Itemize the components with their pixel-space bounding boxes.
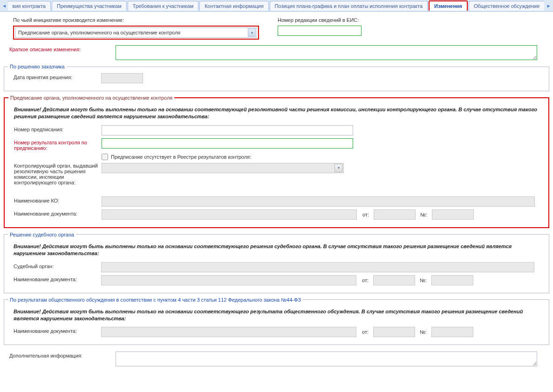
tab-public-discussion[interactable]: Общественное обсуждение xyxy=(469,1,544,11)
ko-name-input[interactable] xyxy=(102,196,535,207)
doc-no-input[interactable] xyxy=(432,210,474,220)
prescription-absent-label: Предписание отсутствует в Реестре резуль… xyxy=(111,154,251,160)
court-doc-name-label: Наименование документа: xyxy=(8,275,101,282)
no-label: №: xyxy=(420,329,427,335)
public-doc-name-input[interactable] xyxy=(101,327,356,337)
revision-label: Номер редакции сведений в ЕИС: xyxy=(278,17,362,23)
public-doc-date-input[interactable] xyxy=(373,327,415,337)
decision-date-input[interactable] xyxy=(101,73,143,83)
extra-info-label: Дополнительная информация: xyxy=(4,351,116,358)
no-label: №: xyxy=(420,277,427,283)
no-label: №: xyxy=(420,212,427,217)
control-body-select[interactable]: ▾ xyxy=(102,163,344,173)
court-legend: Решение судебного органа xyxy=(8,232,76,237)
short-desc-textarea[interactable] xyxy=(116,45,537,60)
chevron-down-icon[interactable]: ▾ xyxy=(335,164,342,172)
prescription-absent-checkbox[interactable] xyxy=(102,154,108,160)
tab-content: По чьей инициативе производится изменени… xyxy=(0,12,553,373)
court-warning: Внимание! Действия могут быть выполнены … xyxy=(8,241,545,262)
doc-date-input[interactable] xyxy=(374,210,416,220)
chevron-down-icon[interactable]: ▾ xyxy=(248,28,256,37)
prescription-fieldset: Предписание органа, уполномоченного на о… xyxy=(4,95,549,228)
from-label: от: xyxy=(362,277,369,283)
tab-advantages[interactable]: Преимущества участникам xyxy=(52,1,127,11)
court-doc-date-input[interactable] xyxy=(373,275,415,285)
customer-decision-fieldset: По решению заказчика Дата принятия решен… xyxy=(4,64,549,91)
short-desc-label: Краткое описание изменения: xyxy=(4,45,116,52)
court-doc-name-input[interactable] xyxy=(101,275,356,285)
initiative-select[interactable]: Предписание органа, уполномоченного на о… xyxy=(15,27,257,38)
prescription-warning: Внимание! Действия могут быть выполнены … xyxy=(8,104,545,125)
control-result-input[interactable] xyxy=(102,138,353,149)
tab-requirements[interactable]: Требования к участникам xyxy=(128,1,198,11)
extra-info-textarea[interactable] xyxy=(116,351,537,366)
public-doc-no-input[interactable] xyxy=(431,327,473,337)
revision-input[interactable] xyxy=(278,26,362,36)
prescription-number-label: Номер предписания: xyxy=(8,125,102,132)
initiative-value: Предписание органа, уполномоченного на о… xyxy=(18,30,180,35)
tab-changes[interactable]: Изменения xyxy=(429,0,468,11)
from-label: от: xyxy=(362,212,369,217)
doc-name-label: Наименование документа: xyxy=(8,210,102,216)
customer-decision-legend: По решению заказчика xyxy=(8,64,67,69)
tab-contacts[interactable]: Контактная информация xyxy=(199,1,268,11)
ko-name-label: Наименование КО: xyxy=(8,196,102,203)
prescription-number-input[interactable] xyxy=(102,125,353,135)
spacer xyxy=(8,154,102,155)
control-body-label: Контролирующий орган, выдавший резолютив… xyxy=(8,163,102,185)
tab-plan-schedule[interactable]: Позиция плана-графика и план оплаты испо… xyxy=(270,1,428,11)
control-result-label: Номер результата контроля по предписанию… xyxy=(8,138,102,151)
decision-date-label: Дата принятия решения: xyxy=(8,73,101,80)
court-fieldset: Решение судебного органа Внимание! Дейст… xyxy=(4,232,549,293)
initiative-label: По чьей инициативе производится изменени… xyxy=(13,17,259,23)
initiative-highlight: Предписание органа, уполномоченного на о… xyxy=(13,26,259,40)
public-doc-name-label: Наименование документа: xyxy=(8,327,101,334)
court-doc-no-input[interactable] xyxy=(431,275,473,285)
tab-scroll-left-icon[interactable]: ◄ xyxy=(1,0,8,11)
public-warning: Внимание! Действия могут быть выполнены … xyxy=(8,306,545,327)
public-discussion-fieldset: По результатам общественного обсуждения … xyxy=(4,297,549,345)
public-legend: По результатам общественного обсуждения … xyxy=(8,297,303,303)
prescription-legend: Предписание органа, уполномоченного на о… xyxy=(8,95,174,101)
doc-name-input[interactable] xyxy=(102,210,357,220)
tabs-bar: ◄ вия контракта Преимущества участникам … xyxy=(0,0,553,12)
tab-contract-conditions[interactable]: вия контракта xyxy=(8,1,51,11)
from-label: от: xyxy=(362,329,369,335)
court-body-label: Судебный орган: xyxy=(8,262,101,269)
tab-scroll-right-icon[interactable]: ► xyxy=(545,0,552,11)
court-body-input[interactable] xyxy=(101,262,534,272)
